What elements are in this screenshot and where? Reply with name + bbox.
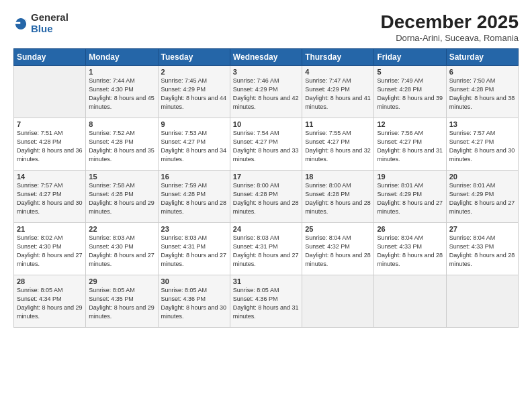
day-number: 7 — [17, 120, 83, 128]
day-cell: 21Sunrise: 8:02 AMSunset: 4:30 PMDayligh… — [14, 222, 86, 275]
day-number: 13 — [449, 120, 515, 128]
day-number: 14 — [17, 173, 83, 181]
day-number: 10 — [233, 120, 299, 128]
day-number: 15 — [89, 173, 154, 181]
day-cell: 15Sunrise: 7:58 AMSunset: 4:28 PMDayligh… — [86, 170, 158, 222]
day-number: 31 — [233, 277, 299, 285]
day-number: 28 — [17, 277, 83, 285]
day-number: 29 — [89, 277, 154, 285]
week-row-2: 7Sunrise: 7:51 AMSunset: 4:28 PMDaylight… — [14, 118, 519, 170]
day-info: Sunrise: 8:05 AMSunset: 4:36 PMDaylight:… — [233, 286, 299, 321]
day-info: Sunrise: 7:49 AMSunset: 4:28 PMDaylight:… — [377, 77, 443, 111]
day-number: 1 — [89, 68, 154, 76]
day-cell: 13Sunrise: 7:57 AMSunset: 4:27 PMDayligh… — [446, 118, 518, 170]
day-info: Sunrise: 8:05 AMSunset: 4:34 PMDaylight:… — [17, 286, 83, 321]
day-info: Sunrise: 7:56 AMSunset: 4:27 PMDaylight:… — [377, 129, 443, 164]
day-number: 6 — [449, 68, 515, 76]
day-cell: 27Sunrise: 8:04 AMSunset: 4:33 PMDayligh… — [446, 222, 518, 275]
day-info: Sunrise: 8:03 AMSunset: 4:31 PMDaylight:… — [233, 234, 299, 269]
day-cell: 17Sunrise: 8:00 AMSunset: 4:28 PMDayligh… — [230, 170, 302, 222]
day-info: Sunrise: 7:46 AMSunset: 4:29 PMDaylight:… — [233, 77, 299, 111]
location: Dorna-Arini, Suceava, Romania — [381, 33, 519, 43]
day-info: Sunrise: 8:01 AMSunset: 4:29 PMDaylight:… — [377, 181, 443, 216]
day-info: Sunrise: 7:59 AMSunset: 4:28 PMDaylight:… — [161, 181, 227, 216]
day-cell: 20Sunrise: 8:01 AMSunset: 4:29 PMDayligh… — [446, 170, 518, 222]
day-info: Sunrise: 8:03 AMSunset: 4:30 PMDaylight:… — [89, 234, 154, 269]
week-row-3: 14Sunrise: 7:57 AMSunset: 4:27 PMDayligh… — [14, 170, 519, 222]
day-info: Sunrise: 7:54 AMSunset: 4:27 PMDaylight:… — [233, 129, 299, 164]
day-cell: 11Sunrise: 7:55 AMSunset: 4:27 PMDayligh… — [302, 118, 374, 170]
day-info: Sunrise: 7:57 AMSunset: 4:27 PMDaylight:… — [449, 129, 515, 164]
day-cell: 25Sunrise: 8:04 AMSunset: 4:32 PMDayligh… — [302, 222, 374, 275]
day-cell: 2Sunrise: 7:45 AMSunset: 4:29 PMDaylight… — [158, 65, 230, 118]
page: General Blue December 2025 Dorna-Arini, … — [0, 0, 532, 411]
day-number: 5 — [377, 68, 443, 76]
day-cell — [302, 275, 374, 327]
day-cell: 6Sunrise: 7:50 AMSunset: 4:28 PMDaylight… — [446, 65, 518, 118]
day-info: Sunrise: 7:47 AMSunset: 4:29 PMDaylight:… — [305, 77, 371, 111]
header-day-sunday: Sunday — [14, 48, 86, 65]
day-number: 16 — [161, 173, 227, 181]
day-cell: 18Sunrise: 8:00 AMSunset: 4:28 PMDayligh… — [302, 170, 374, 222]
header-day-monday: Monday — [86, 48, 158, 65]
day-number: 2 — [161, 68, 227, 76]
day-number: 4 — [305, 68, 371, 76]
day-info: Sunrise: 7:44 AMSunset: 4:30 PMDaylight:… — [89, 77, 154, 111]
day-number: 27 — [449, 225, 515, 233]
day-info: Sunrise: 8:01 AMSunset: 4:29 PMDaylight:… — [449, 181, 515, 216]
day-cell: 1Sunrise: 7:44 AMSunset: 4:30 PMDaylight… — [86, 65, 158, 118]
day-cell — [14, 65, 86, 118]
logo-text: General Blue — [31, 12, 69, 34]
calendar-header-row: SundayMondayTuesdayWednesdayThursdayFrid… — [14, 48, 519, 65]
week-row-4: 21Sunrise: 8:02 AMSunset: 4:30 PMDayligh… — [14, 222, 519, 275]
day-cell: 22Sunrise: 8:03 AMSunset: 4:30 PMDayligh… — [86, 222, 158, 275]
day-number: 3 — [233, 68, 299, 76]
day-info: Sunrise: 7:58 AMSunset: 4:28 PMDaylight:… — [89, 181, 154, 216]
day-info: Sunrise: 8:04 AMSunset: 4:33 PMDaylight:… — [449, 234, 515, 269]
header: General Blue December 2025 Dorna-Arini, … — [13, 12, 519, 43]
day-cell: 10Sunrise: 7:54 AMSunset: 4:27 PMDayligh… — [230, 118, 302, 170]
title-block: December 2025 Dorna-Arini, Suceava, Roma… — [381, 12, 519, 43]
day-info: Sunrise: 8:00 AMSunset: 4:28 PMDaylight:… — [305, 181, 371, 216]
day-info: Sunrise: 8:05 AMSunset: 4:36 PMDaylight:… — [161, 286, 227, 321]
day-info: Sunrise: 8:05 AMSunset: 4:35 PMDaylight:… — [89, 286, 154, 321]
day-cell: 23Sunrise: 8:03 AMSunset: 4:31 PMDayligh… — [158, 222, 230, 275]
day-info: Sunrise: 7:53 AMSunset: 4:27 PMDaylight:… — [161, 129, 227, 164]
logo: General Blue — [13, 12, 69, 34]
day-cell: 30Sunrise: 8:05 AMSunset: 4:36 PMDayligh… — [158, 275, 230, 327]
day-cell: 3Sunrise: 7:46 AMSunset: 4:29 PMDaylight… — [230, 65, 302, 118]
day-cell: 9Sunrise: 7:53 AMSunset: 4:27 PMDaylight… — [158, 118, 230, 170]
day-number: 12 — [377, 120, 443, 128]
day-number: 30 — [161, 277, 227, 285]
day-cell — [446, 275, 518, 327]
day-number: 26 — [377, 225, 443, 233]
day-number: 20 — [449, 173, 515, 181]
day-number: 18 — [305, 173, 371, 181]
day-cell: 31Sunrise: 8:05 AMSunset: 4:36 PMDayligh… — [230, 275, 302, 327]
day-cell: 24Sunrise: 8:03 AMSunset: 4:31 PMDayligh… — [230, 222, 302, 275]
day-cell: 14Sunrise: 7:57 AMSunset: 4:27 PMDayligh… — [14, 170, 86, 222]
day-number: 17 — [233, 173, 299, 181]
day-info: Sunrise: 7:57 AMSunset: 4:27 PMDaylight:… — [17, 181, 83, 216]
day-info: Sunrise: 8:04 AMSunset: 4:32 PMDaylight:… — [305, 234, 371, 269]
day-info: Sunrise: 8:04 AMSunset: 4:33 PMDaylight:… — [377, 234, 443, 269]
day-number: 11 — [305, 120, 371, 128]
day-cell: 28Sunrise: 8:05 AMSunset: 4:34 PMDayligh… — [14, 275, 86, 327]
header-day-wednesday: Wednesday — [230, 48, 302, 65]
day-info: Sunrise: 8:00 AMSunset: 4:28 PMDaylight:… — [233, 181, 299, 216]
day-cell: 5Sunrise: 7:49 AMSunset: 4:28 PMDaylight… — [374, 65, 446, 118]
day-info: Sunrise: 7:55 AMSunset: 4:27 PMDaylight:… — [305, 129, 371, 164]
day-cell: 29Sunrise: 8:05 AMSunset: 4:35 PMDayligh… — [86, 275, 158, 327]
day-cell: 8Sunrise: 7:52 AMSunset: 4:28 PMDaylight… — [86, 118, 158, 170]
day-number: 19 — [377, 173, 443, 181]
day-cell: 26Sunrise: 8:04 AMSunset: 4:33 PMDayligh… — [374, 222, 446, 275]
day-number: 25 — [305, 225, 371, 233]
logo-blue: Blue — [31, 24, 69, 35]
day-cell: 4Sunrise: 7:47 AMSunset: 4:29 PMDaylight… — [302, 65, 374, 118]
header-day-tuesday: Tuesday — [158, 48, 230, 65]
day-cell: 7Sunrise: 7:51 AMSunset: 4:28 PMDaylight… — [14, 118, 86, 170]
month-title: December 2025 — [381, 12, 519, 33]
day-number: 23 — [161, 225, 227, 233]
day-cell: 19Sunrise: 8:01 AMSunset: 4:29 PMDayligh… — [374, 170, 446, 222]
day-info: Sunrise: 7:52 AMSunset: 4:28 PMDaylight:… — [89, 129, 154, 164]
